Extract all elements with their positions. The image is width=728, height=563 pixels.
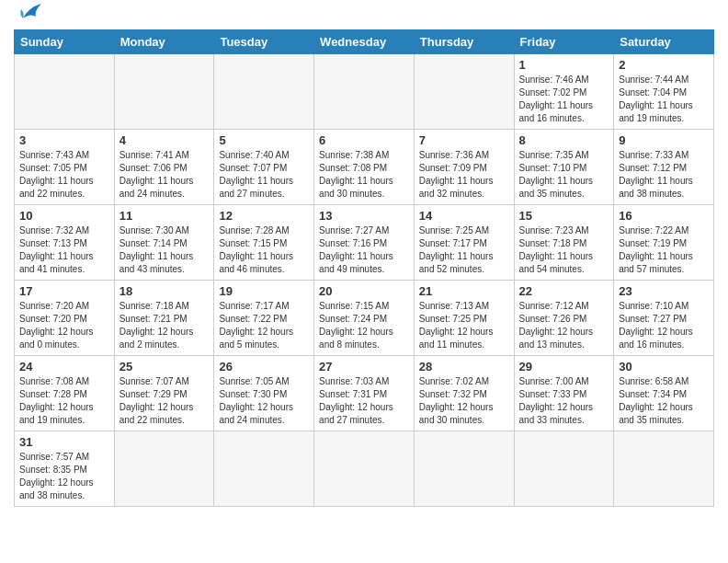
calendar-cell: 14Sunrise: 7:25 AM Sunset: 7:17 PM Dayli… [414,205,514,281]
day-number: 6 [319,133,409,147]
calendar-cell: 9Sunrise: 7:33 AM Sunset: 7:12 PM Daylig… [614,130,714,205]
col-header-thursday: Thursday [414,30,514,54]
day-number: 29 [519,360,609,373]
day-info: Sunrise: 7:43 AM Sunset: 7:05 PM Dayligh… [19,149,109,201]
day-info: Sunrise: 7:41 AM Sunset: 7:06 PM Dayligh… [119,149,210,201]
calendar-week-row: 3Sunrise: 7:43 AM Sunset: 7:05 PM Daylig… [15,130,714,205]
calendar-cell: 29Sunrise: 7:00 AM Sunset: 7:33 PM Dayli… [514,356,614,431]
calendar-cell [414,54,514,130]
calendar-cell [314,431,415,507]
calendar-cell [514,431,614,507]
day-info: Sunrise: 7:35 AM Sunset: 7:10 PM Dayligh… [519,149,609,201]
day-info: Sunrise: 7:03 AM Sunset: 7:31 PM Dayligh… [319,375,409,427]
calendar-cell: 5Sunrise: 7:40 AM Sunset: 7:07 PM Daylig… [214,130,314,205]
col-header-wednesday: Wednesday [314,30,415,54]
calendar-week-row: 24Sunrise: 7:08 AM Sunset: 7:28 PM Dayli… [15,356,714,431]
day-info: Sunrise: 7:57 AM Sunset: 8:35 PM Dayligh… [19,451,109,502]
day-number: 19 [219,284,309,298]
day-number: 26 [219,360,309,373]
day-info: Sunrise: 7:32 AM Sunset: 7:13 PM Dayligh… [19,224,109,276]
day-info: Sunrise: 6:58 AM Sunset: 7:34 PM Dayligh… [619,375,709,427]
calendar-cell: 7Sunrise: 7:36 AM Sunset: 7:09 PM Daylig… [414,130,514,205]
calendar-cell [114,431,214,507]
calendar-cell: 23Sunrise: 7:10 AM Sunset: 7:27 PM Dayli… [614,281,714,356]
calendar-cell: 11Sunrise: 7:30 AM Sunset: 7:14 PM Dayli… [114,205,214,281]
calendar-cell: 12Sunrise: 7:28 AM Sunset: 7:15 PM Dayli… [214,205,314,281]
calendar-cell [314,54,415,130]
calendar-cell: 30Sunrise: 6:58 AM Sunset: 7:34 PM Dayli… [614,356,714,431]
calendar-cell: 16Sunrise: 7:22 AM Sunset: 7:19 PM Dayli… [614,205,714,281]
calendar-cell: 1Sunrise: 7:46 AM Sunset: 7:02 PM Daylig… [514,54,614,130]
day-info: Sunrise: 7:13 AM Sunset: 7:25 PM Dayligh… [419,300,509,351]
day-number: 2 [619,58,709,72]
calendar-week-row: 10Sunrise: 7:32 AM Sunset: 7:13 PM Dayli… [15,205,714,281]
calendar-cell [214,54,314,130]
calendar-week-row: 31Sunrise: 7:57 AM Sunset: 8:35 PM Dayli… [15,431,714,507]
calendar-cell [15,54,115,130]
calendar-cell [114,54,214,130]
day-number: 23 [619,284,709,298]
day-info: Sunrise: 7:23 AM Sunset: 7:18 PM Dayligh… [519,224,609,276]
day-info: Sunrise: 7:15 AM Sunset: 7:24 PM Dayligh… [319,300,409,351]
page-header [14,9,714,26]
day-number: 10 [19,209,109,223]
day-info: Sunrise: 7:40 AM Sunset: 7:07 PM Dayligh… [219,149,309,201]
calendar-cell: 3Sunrise: 7:43 AM Sunset: 7:05 PM Daylig… [15,130,115,205]
calendar-cell: 19Sunrise: 7:17 AM Sunset: 7:22 PM Dayli… [214,281,314,356]
col-header-monday: Monday [114,30,214,54]
calendar-cell: 25Sunrise: 7:07 AM Sunset: 7:29 PM Dayli… [114,356,214,431]
calendar-header-row: SundayMondayTuesdayWednesdayThursdayFrid… [15,30,714,54]
day-number: 24 [19,360,109,373]
day-info: Sunrise: 7:02 AM Sunset: 7:32 PM Dayligh… [419,375,509,427]
day-number: 8 [519,133,609,147]
logo-bird-icon [16,2,45,26]
calendar-cell: 18Sunrise: 7:18 AM Sunset: 7:21 PM Dayli… [114,281,214,356]
day-info: Sunrise: 7:05 AM Sunset: 7:30 PM Dayligh… [219,375,309,427]
calendar-cell: 28Sunrise: 7:02 AM Sunset: 7:32 PM Dayli… [414,356,514,431]
col-header-sunday: Sunday [15,30,115,54]
calendar-cell [414,431,514,507]
day-info: Sunrise: 7:22 AM Sunset: 7:19 PM Dayligh… [619,224,709,276]
day-number: 12 [219,209,309,223]
day-info: Sunrise: 7:17 AM Sunset: 7:22 PM Dayligh… [219,300,309,351]
calendar-cell: 21Sunrise: 7:13 AM Sunset: 7:25 PM Dayli… [414,281,514,356]
day-info: Sunrise: 7:28 AM Sunset: 7:15 PM Dayligh… [219,224,309,276]
day-number: 16 [619,209,709,223]
day-number: 17 [19,284,109,298]
day-info: Sunrise: 7:20 AM Sunset: 7:20 PM Dayligh… [19,300,109,351]
calendar-cell [214,431,314,507]
calendar-cell: 6Sunrise: 7:38 AM Sunset: 7:08 PM Daylig… [314,130,415,205]
day-info: Sunrise: 7:18 AM Sunset: 7:21 PM Dayligh… [119,300,210,351]
day-info: Sunrise: 7:27 AM Sunset: 7:16 PM Dayligh… [319,224,409,276]
day-number: 22 [519,284,609,298]
col-header-tuesday: Tuesday [214,30,314,54]
logo [14,9,45,26]
col-header-saturday: Saturday [614,30,714,54]
day-info: Sunrise: 7:38 AM Sunset: 7:08 PM Dayligh… [319,149,409,201]
day-info: Sunrise: 7:44 AM Sunset: 7:04 PM Dayligh… [619,74,709,125]
day-number: 28 [419,360,509,373]
day-number: 13 [319,209,409,223]
day-number: 20 [319,284,409,298]
day-number: 21 [419,284,509,298]
day-info: Sunrise: 7:36 AM Sunset: 7:09 PM Dayligh… [419,149,509,201]
calendar-table: SundayMondayTuesdayWednesdayThursdayFrid… [14,29,714,507]
calendar-cell: 15Sunrise: 7:23 AM Sunset: 7:18 PM Dayli… [514,205,614,281]
day-number: 31 [19,435,109,449]
calendar-cell: 31Sunrise: 7:57 AM Sunset: 8:35 PM Dayli… [15,431,115,507]
calendar-week-row: 1Sunrise: 7:46 AM Sunset: 7:02 PM Daylig… [15,54,714,130]
calendar-cell [614,431,714,507]
day-number: 15 [519,209,609,223]
calendar-cell: 27Sunrise: 7:03 AM Sunset: 7:31 PM Dayli… [314,356,415,431]
calendar-cell: 20Sunrise: 7:15 AM Sunset: 7:24 PM Dayli… [314,281,415,356]
day-number: 25 [119,360,210,373]
calendar-cell: 22Sunrise: 7:12 AM Sunset: 7:26 PM Dayli… [514,281,614,356]
day-number: 5 [219,133,309,147]
day-number: 18 [119,284,210,298]
day-number: 30 [619,360,709,373]
day-number: 9 [619,133,709,147]
day-info: Sunrise: 7:07 AM Sunset: 7:29 PM Dayligh… [119,375,210,427]
day-number: 3 [19,133,109,147]
calendar-cell: 2Sunrise: 7:44 AM Sunset: 7:04 PM Daylig… [614,54,714,130]
calendar-cell: 8Sunrise: 7:35 AM Sunset: 7:10 PM Daylig… [514,130,614,205]
